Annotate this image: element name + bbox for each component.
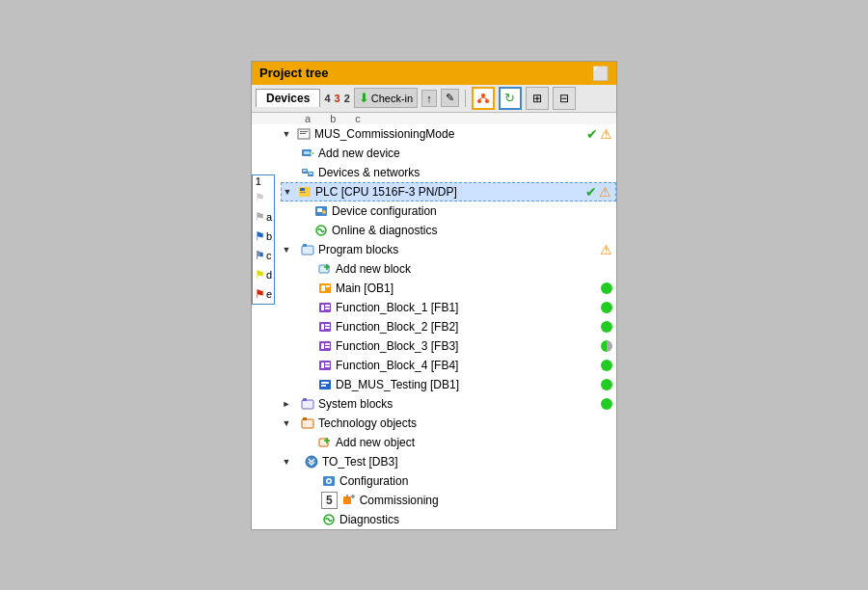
svg-rect-45	[325, 343, 330, 345]
tree-item-dev-networks[interactable]: Devices & networks	[281, 163, 616, 182]
tech-objs-icon	[300, 416, 315, 431]
tree-item-main[interactable]: Main [OB1]	[281, 279, 616, 298]
toolbar-btn-b[interactable]: ↑	[421, 90, 437, 107]
flag-label-a: a	[266, 211, 272, 223]
flag-item-empty[interactable]: ⚑	[253, 188, 274, 207]
flag-icon-b: ⚑	[255, 229, 265, 243]
add-device-icon	[300, 146, 315, 161]
tree-item-config[interactable]: Configuration	[281, 471, 616, 491]
svg-rect-27	[302, 246, 313, 255]
flag-icon-c: ⚑ ⚑	[255, 249, 265, 262]
svg-rect-33	[321, 285, 325, 291]
tree-area: 1 ⚑ ⚑ a ⚑ b ⚑ ⚑ c	[252, 124, 616, 529]
window-icon[interactable]: ⬜	[592, 66, 609, 81]
plc-warn-icon: ⚠	[599, 184, 611, 200]
number5-box: 5	[321, 492, 338, 509]
arrow-up-icon: ↑	[426, 93, 432, 104]
tree-item-to-test[interactable]: ▼ TO_Test [DB3]	[281, 452, 616, 471]
db1-label: DB_MUS_Testing [DB1]	[336, 378, 601, 391]
svg-rect-41	[325, 324, 330, 326]
to-test-icon	[304, 454, 319, 469]
plc-status: ✔ ⚠	[585, 184, 611, 200]
tree-item-add-device[interactable]: Add new device	[281, 144, 616, 163]
root-status: ✔ ⚠	[586, 126, 612, 142]
tree-item-add-obj[interactable]: Add new object	[281, 433, 616, 452]
flag-item-c[interactable]: ⚑ ⚑ c	[253, 246, 274, 265]
tree-item-sys-blocks[interactable]: ► System blocks	[281, 394, 616, 414]
toolbar-btn-c[interactable]: ✎	[441, 89, 459, 107]
commissioning-label: Commissioning	[360, 494, 616, 507]
tree-item-fb3[interactable]: Function_Block_3 [FB3]	[281, 336, 616, 356]
add-device-label: Add new device	[318, 147, 616, 160]
db1-status	[601, 379, 612, 390]
tree-item-plc[interactable]: ▼ PLC [CPU 1516F-3 PN/DP] ✔ ⚠	[281, 182, 616, 201]
flag-number: 1	[253, 175, 274, 188]
flag-item-a[interactable]: ⚑ a	[253, 207, 274, 227]
svg-rect-9	[304, 151, 310, 154]
tree-item-dev-config[interactable]: Device configuration	[281, 201, 616, 221]
plc-check-icon: ✔	[585, 184, 597, 200]
tree-item-db1[interactable]: DB_MUS_Testing [DB1]	[281, 375, 616, 394]
flag-label-b: b	[266, 230, 272, 242]
online-diag-label: Online & diagnostics	[332, 224, 616, 237]
flag-label-c: c	[266, 250, 272, 261]
tree-item-add-block[interactable]: Add new block	[281, 259, 616, 279]
flag-item-b[interactable]: ⚑ b	[253, 227, 274, 246]
tree-item-tech-objs[interactable]: ▼ Technology objects	[281, 414, 616, 433]
db1-icon	[317, 377, 333, 392]
main-icon	[317, 281, 333, 296]
expand-prog[interactable]: ▼	[281, 244, 292, 255]
label-a: a	[305, 113, 311, 124]
tree-item-fb2[interactable]: Function_Block_2 [FB2]	[281, 317, 616, 336]
expand-to-test[interactable]: ▼	[281, 456, 292, 468]
svg-rect-7	[300, 133, 306, 134]
checkin-icon: ⬇	[359, 91, 369, 105]
grid-btn[interactable]: ⊟	[553, 87, 576, 110]
flag-label-e: e	[266, 288, 272, 300]
sys-status	[601, 398, 612, 410]
svg-rect-49	[325, 362, 330, 364]
svg-rect-54	[302, 400, 313, 409]
warn-icon: ⚠	[600, 126, 612, 142]
topology-btn[interactable]	[472, 87, 495, 110]
sys-dot	[601, 398, 612, 410]
db1-dot	[601, 379, 612, 390]
config-label: Configuration	[339, 474, 616, 488]
fb2-status	[601, 321, 612, 333]
fb2-label: Function_Block_2 [FB2]	[336, 320, 601, 334]
svg-rect-40	[321, 324, 324, 330]
check-in-button[interactable]: ⬇ Check-in	[354, 88, 418, 108]
tree-item-fb1[interactable]: Function_Block_1 [FB1]	[281, 298, 616, 317]
prog-warn-icon: ⚠	[600, 242, 612, 257]
table-icon: ⊞	[532, 92, 542, 105]
expand-tech[interactable]: ▼	[281, 417, 292, 429]
fb3-label: Function_Block_3 [FB3]	[336, 339, 601, 353]
devices-tab[interactable]: Devices	[256, 89, 320, 107]
dev-config-icon	[313, 203, 329, 219]
flag-sidebar: 1 ⚑ ⚑ a ⚑ b ⚑ ⚑ c	[252, 174, 275, 305]
tree-item-commissioning[interactable]: 5 Commissioning	[281, 491, 616, 510]
tree-item-fb4[interactable]: Function_Block_4 [FB4]	[281, 356, 616, 375]
tree-item-online-diag[interactable]: Online & diagnostics	[281, 221, 616, 240]
expand-sys[interactable]: ►	[281, 398, 292, 410]
add-block-label: Add new block	[336, 262, 616, 276]
flag-item-e[interactable]: ⚑ e	[253, 284, 274, 304]
fb1-label: Function_Block_1 [FB1]	[336, 301, 601, 314]
table-btn[interactable]: ⊞	[526, 87, 549, 110]
title-bar-icons: ⬜	[592, 66, 609, 81]
prog-blocks-icon	[300, 242, 315, 257]
add-obj-label: Add new object	[336, 436, 616, 449]
dev-networks-label: Devices & networks	[318, 166, 616, 179]
tree-item-root[interactable]: ▼ MUS_CommissioningMode ✔ ⚠	[281, 124, 616, 144]
tree-item-prog-blocks[interactable]: ▼ Program blocks ⚠	[281, 240, 616, 259]
expand-root[interactable]: ▼	[281, 128, 292, 140]
root-icon	[296, 126, 312, 142]
toolbar-divider	[465, 90, 466, 107]
expand-plc[interactable]: ▼	[282, 186, 293, 198]
edit-icon: ✎	[446, 92, 454, 104]
sys-blocks-label: System blocks	[318, 397, 601, 411]
refresh-btn[interactable]: ↻	[499, 87, 522, 110]
flag-item-d[interactable]: ⚑ d	[253, 265, 274, 284]
tree-item-diagnostics[interactable]: Diagnostics	[281, 510, 616, 529]
svg-rect-42	[325, 327, 330, 329]
